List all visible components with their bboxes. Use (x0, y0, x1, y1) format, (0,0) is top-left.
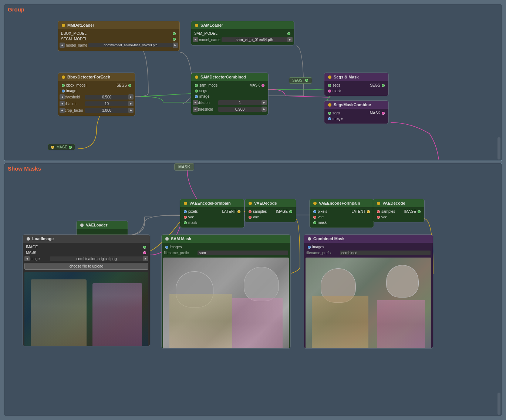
cm-images-conn (308, 246, 311, 249)
sm-images-lbl: images (170, 245, 287, 249)
vae-decode1-header: VAEDecode (245, 199, 296, 207)
bbox-model-in-connector (62, 84, 65, 87)
segs-mask-segs-out-lbl: SEGS (357, 83, 381, 87)
li-image-next-btn[interactable]: ► (143, 256, 148, 261)
vae-encode2-header: VAEEncodeForInpain (310, 199, 374, 207)
sm-filename-input[interactable] (198, 251, 288, 255)
combined-overlay (306, 258, 431, 348)
crop-factor-input[interactable] (85, 108, 128, 113)
group-panel: Group MMDetLoader BBOX_MODEL (4, 4, 502, 161)
bbox-detector-header: BboxDetectorForEach (58, 73, 135, 81)
mmdet-loader-header: MMDetLoader (58, 21, 179, 29)
dilation-next-btn[interactable]: ► (128, 101, 134, 106)
mmdet-loader-title: MMDetLoader (67, 23, 94, 27)
sam-model-input[interactable] (222, 37, 287, 42)
smc-segs-lbl: segs (333, 111, 357, 115)
threshold-next-btn[interactable]: ► (128, 94, 134, 100)
threshold-input[interactable] (85, 95, 128, 100)
bbox-model-in-label: bbox_model (66, 83, 97, 87)
vd1-vae-row: vae (245, 214, 296, 220)
crop-factor-prev-btn[interactable]: ◄ (60, 108, 65, 113)
sam-loader-body: SAM_MODEL ◄ model_name ► (191, 29, 294, 45)
cm-filename-label: filename_prefix (306, 251, 338, 255)
crop-factor-next-btn[interactable]: ► (128, 108, 134, 113)
image-badge: IMAGE (48, 144, 75, 150)
vae-decode2-header: VAEDecode (373, 199, 424, 207)
combined-mask-image (306, 258, 431, 348)
dilation-input[interactable] (85, 101, 128, 106)
mmdet-loader-body: BBOX_MODEL SEGM_MODEL ◄ model_name ► (58, 29, 179, 51)
mask-overlay (163, 258, 289, 348)
sam-image-in-row: image (191, 94, 268, 99)
vd1-vae-lbl: vae (253, 215, 293, 219)
ve2-pixels-lbl: pixels (318, 209, 342, 214)
vae-encode1-header: VAEEncodeForInpain (180, 199, 244, 207)
vd2-samples-conn (377, 210, 380, 213)
combined-mask-status (308, 237, 311, 241)
li-image-out-row: IMAGE (23, 244, 150, 250)
segs-mask-node: Segs & Mask segs SEGS mask (324, 73, 389, 96)
sam-threshold-next[interactable]: ► (262, 107, 267, 112)
vd2-image-lbl: IMAGE (399, 209, 416, 214)
group-panel-title: Group (8, 6, 24, 13)
li-image-input[interactable] (50, 256, 143, 261)
sam-threshold-input[interactable] (218, 107, 262, 112)
sm-images-in: images (162, 244, 290, 250)
model-name-prev-btn[interactable]: ◄ (60, 43, 65, 48)
anime-girls-image (24, 272, 148, 346)
model-name-next-btn[interactable]: ► (173, 43, 178, 48)
group-scrollbar[interactable] (497, 137, 500, 159)
sam-model-next-btn[interactable]: ► (287, 37, 293, 42)
cm-filename-input[interactable] (340, 251, 431, 255)
vd2-samples-lbl: samples (381, 209, 399, 214)
segs-mask-title: Segs & Mask (334, 75, 359, 79)
li-mask-out-conn (143, 251, 146, 254)
sam-mask-preview-area (162, 256, 290, 348)
li-image-out-conn (143, 246, 146, 249)
bbox-model-label: BBOX_MODEL (61, 31, 171, 36)
bbox-detector-body: bbox_model SEGS image ◄ threshold ► ◄ di… (58, 81, 135, 116)
combined-mask-preview-area (304, 256, 433, 348)
vae-decode1-title: VAEDecode (254, 201, 277, 205)
segs-badge: SEGS (289, 77, 312, 84)
sam-model-prev-btn[interactable]: ◄ (193, 37, 198, 42)
show-masks-scrollbar[interactable] (497, 393, 500, 415)
sam-detector-title: SAMDetectorCombined (200, 75, 246, 79)
vae-decode2-title: VAEDecode (382, 201, 405, 205)
sm-filename-row: filename_prefix (162, 250, 290, 256)
combined-mask-header: Combined Mask (304, 235, 433, 243)
vd2-samples-row: samples IMAGE (373, 209, 424, 214)
bbox-model-in-row: bbox_model SEGS (58, 83, 135, 88)
smc-image-in: image (324, 116, 388, 121)
vd1-samples-lbl: samples (253, 209, 270, 214)
ve2-pixels-row: pixels LATENT (310, 209, 374, 214)
threshold-prev-btn[interactable]: ◄ (60, 94, 65, 100)
model-name-label: model_name (65, 43, 88, 47)
segs-mask-mask-in: mask (324, 88, 388, 94)
image-in-row: image (58, 88, 135, 94)
sam-dilation-prev[interactable]: ◄ (193, 100, 198, 105)
sam-dilation-input[interactable] (218, 100, 262, 105)
li-image-out-lbl: IMAGE (26, 245, 142, 249)
cm-filename-row: filename_prefix (304, 250, 433, 256)
sam-dilation-row: ◄ dilation ► (191, 99, 268, 106)
choose-file-button[interactable]: choose file to upload (24, 263, 148, 270)
segs-mask-segs-out-conn (382, 84, 385, 87)
vd2-vae-row: vae (373, 214, 424, 220)
ve2-vae-lbl: vae (318, 215, 371, 219)
smc-image-lbl: image (333, 117, 385, 121)
sam-threshold-prev[interactable]: ◄ (193, 107, 198, 112)
crop-factor-row: ◄ crop_factor ► (58, 107, 135, 114)
vd1-image-conn (289, 210, 292, 213)
li-image-prev-btn[interactable]: ◄ (24, 256, 30, 261)
sam-dilation-next[interactable]: ► (262, 100, 267, 105)
segs-mask-mask-lbl: mask (333, 89, 385, 93)
segs-in-row: segs (191, 88, 268, 94)
segs-mask-combine-body: segs MASK image (324, 109, 388, 124)
model-name-input[interactable] (88, 43, 173, 47)
bbox-model-connector (173, 32, 176, 35)
vd1-samples-row: samples IMAGE (245, 209, 296, 214)
li-image-label: image (30, 257, 50, 261)
combined-mask-node: Combined Mask images filename_prefix (304, 234, 433, 349)
dilation-prev-btn[interactable]: ◄ (60, 101, 65, 106)
